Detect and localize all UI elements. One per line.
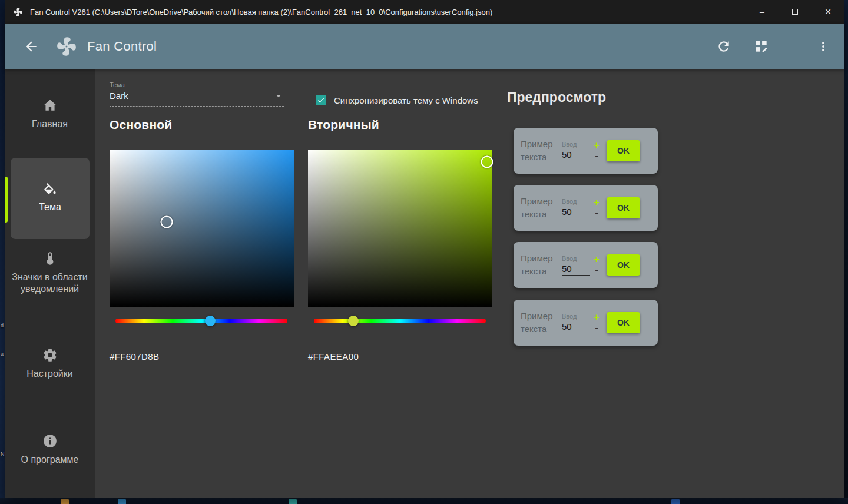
sidebar-item-label: Настройки <box>9 368 90 380</box>
preview-card: Пример текста Ввод 50 + - OK <box>514 128 658 174</box>
sidebar: Главная Тема Значки в области уведомлени… <box>5 69 95 498</box>
stepper: + - <box>594 140 599 161</box>
desktop-icon-label-fragment: a <box>1 351 4 357</box>
minimize-button[interactable]: – <box>746 0 779 24</box>
secondary-color-title: Вторичный <box>308 118 379 132</box>
increment-button[interactable]: + <box>594 197 599 208</box>
taskbar-icon[interactable] <box>61 499 69 504</box>
stepper: + - <box>594 197 599 218</box>
secondary-hex-input[interactable]: #FFAEEA00 <box>308 352 492 367</box>
stepper: + - <box>594 312 599 333</box>
sidebar-item-about[interactable]: О программе <box>9 433 90 466</box>
back-arrow-icon[interactable] <box>24 39 39 54</box>
menu-dots-icon[interactable] <box>816 39 830 54</box>
sample-text: Пример текста <box>521 310 557 336</box>
window-title: Fan Control V261 (C:\Users\DTore\OneDriv… <box>30 8 746 16</box>
sidebar-item-tray-icons[interactable]: Значки в области уведомлений <box>9 251 90 296</box>
titlebar: Fan Control V261 (C:\Users\DTore\OneDriv… <box>5 0 844 24</box>
taskbar-icon[interactable] <box>671 499 680 504</box>
number-input: Ввод 50 <box>562 198 590 218</box>
app-title: Fan Control <box>87 39 157 54</box>
info-icon <box>42 433 58 449</box>
number-input: Ввод 50 <box>562 141 590 161</box>
increment-button[interactable]: + <box>594 254 599 265</box>
sidebar-item-settings[interactable]: Настройки <box>9 347 90 380</box>
appbar: Fan Control <box>5 24 844 69</box>
sidebar-item-label: О программе <box>9 454 90 466</box>
close-button[interactable]: ✕ <box>811 0 844 24</box>
check-icon <box>317 96 325 104</box>
primary-hex-input[interactable]: #FF607D8B <box>110 352 294 367</box>
increment-button[interactable]: + <box>594 140 599 151</box>
taskbar-icon[interactable] <box>118 499 126 504</box>
home-icon <box>42 98 58 113</box>
fan-icon <box>13 7 23 17</box>
desktop-icon-label-fragment: N <box>1 451 5 457</box>
chevron-down-icon <box>273 91 284 101</box>
sidebar-item-label: Главная <box>9 118 90 130</box>
sidebar-item-label: Тема <box>39 201 61 213</box>
desktop-icon-label-fragment: d <box>1 323 4 329</box>
thermometer-icon <box>42 251 58 266</box>
theme-select-label: Тема <box>110 81 284 88</box>
sample-text: Пример текста <box>521 252 557 278</box>
sidebar-item-label: Значки в области уведомлений <box>9 271 90 296</box>
selected-item-accent-bar <box>5 177 8 223</box>
secondary-color-cursor[interactable] <box>481 156 493 168</box>
ok-button[interactable]: OK <box>607 140 640 161</box>
secondary-hue-thumb[interactable] <box>348 316 359 326</box>
maximize-button[interactable] <box>779 0 811 24</box>
sidebar-item-theme[interactable]: Тема <box>11 158 90 239</box>
primary-hue-thumb[interactable] <box>205 316 216 326</box>
preview-title: Предпросмотр <box>507 89 606 105</box>
number-input-value[interactable]: 50 <box>562 264 590 276</box>
theme-page: Тема Dark Синхронизировать тему с Window… <box>95 69 844 498</box>
app-window: Fan Control V261 (C:\Users\DTore\OneDriv… <box>5 0 844 498</box>
number-input-label: Ввод <box>562 141 590 148</box>
primary-color-title: Основной <box>110 118 172 132</box>
taskbar-strip <box>0 498 848 504</box>
sidebar-item-home[interactable]: Главная <box>9 98 90 130</box>
preview-card: Пример текста Ввод 50 + - OK <box>514 242 658 288</box>
refresh-icon[interactable] <box>716 39 731 54</box>
minimize-icon: – <box>760 7 764 16</box>
maximize-icon <box>792 9 798 15</box>
primary-hue-slider[interactable] <box>115 319 287 323</box>
decrement-button[interactable]: - <box>595 151 598 161</box>
primary-color-cursor[interactable] <box>161 215 173 228</box>
preview-card: Пример текста Ввод 50 + - OK <box>514 300 658 346</box>
ok-button[interactable]: OK <box>607 254 640 276</box>
decrement-button[interactable]: - <box>595 208 598 218</box>
taskbar-icon[interactable] <box>289 499 297 504</box>
decrement-button[interactable]: - <box>595 265 598 276</box>
ok-button[interactable]: OK <box>607 197 640 218</box>
number-input-label: Ввод <box>562 313 590 320</box>
checkbox-checked <box>316 95 326 105</box>
number-input-label: Ввод <box>562 255 590 262</box>
stepper: + - <box>594 254 599 276</box>
ok-button[interactable]: OK <box>607 312 640 333</box>
sync-theme-checkbox[interactable]: Синхронизировать тему с Windows <box>316 95 478 105</box>
sample-text: Пример текста <box>521 195 557 221</box>
paint-bucket-icon <box>42 183 58 198</box>
number-input-value[interactable]: 50 <box>562 207 590 218</box>
number-input-label: Ввод <box>562 198 590 205</box>
decrement-button[interactable]: - <box>595 323 598 333</box>
increment-button[interactable]: + <box>594 312 599 323</box>
theme-select-value: Dark <box>110 91 284 101</box>
theme-select[interactable]: Тема Dark <box>110 81 284 107</box>
sync-theme-label: Синхронизировать тему с Windows <box>334 95 478 105</box>
number-input-value[interactable]: 50 <box>562 321 590 333</box>
number-input: Ввод 50 <box>562 313 590 333</box>
number-input-value[interactable]: 50 <box>562 150 590 161</box>
secondary-hue-slider[interactable] <box>314 319 486 323</box>
close-icon: ✕ <box>824 7 832 16</box>
number-input: Ввод 50 <box>562 255 590 276</box>
sample-text: Пример текста <box>521 138 557 164</box>
matrix-edit-icon[interactable] <box>754 39 769 54</box>
primary-saturation-square[interactable] <box>110 150 294 307</box>
preview-card: Пример текста Ввод 50 + - OK <box>514 185 658 231</box>
gear-icon <box>42 347 58 363</box>
secondary-saturation-square[interactable] <box>308 150 492 307</box>
fan-logo-icon <box>55 35 78 58</box>
